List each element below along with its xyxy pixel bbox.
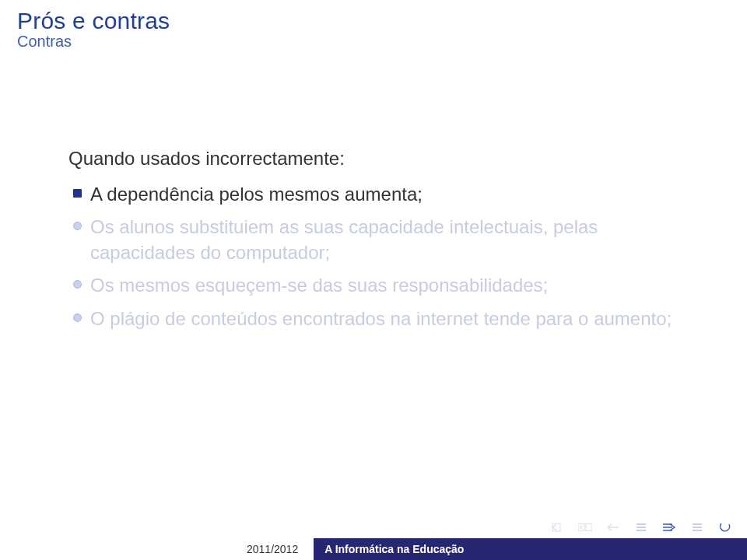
nav-prev-slide-icon[interactable] [577,521,593,534]
slide-footer: 2011/2012 A Informática na Educação [0,538,747,560]
beamer-navbar [549,521,733,534]
footer-left: 2011/2012 [0,543,314,555]
nav-lines-icon[interactable] [689,521,705,534]
bullet-text: Os alunos substituiem as suas capacidade… [90,216,598,262]
slide-subtitle: Contras [17,33,730,51]
bullet-marker-icon [73,280,82,289]
bullet-list: A dependência pelos mesmos aumenta; Os a… [68,182,700,331]
bullet-marker-icon [73,222,82,230]
nav-forward-icon[interactable] [661,521,677,534]
nav-prev-section-icon[interactable] [549,521,565,534]
footer-title: A Informática na Educação [324,543,464,555]
nav-back-icon[interactable] [605,521,621,534]
bullet-item: A dependência pelos mesmos aumenta; [68,182,700,207]
footer-right: A Informática na Educação [314,538,747,560]
slide: Prós e contras Contras Quando usados inc… [0,0,747,560]
slide-content: Quando usados incorrectamente: A dependê… [68,148,700,336]
bullet-marker-icon [73,189,82,198]
content-lead: Quando usados incorrectamente: [68,148,700,170]
footer-date: 2011/2012 [0,543,314,555]
bullet-item: Os alunos substituiem as suas capacidade… [68,215,700,265]
bullet-item: O plágio de conteúdos encontrados na int… [68,306,700,331]
nav-lines-icon[interactable] [633,521,649,534]
bullet-marker-icon [73,313,82,322]
bullet-item: Os mesmos esqueçem-se das suas responsab… [68,273,700,298]
bullet-text: A dependência pelos mesmos aumenta; [90,184,423,205]
slide-title: Prós e contras [17,8,730,34]
slide-header: Prós e contras Contras [0,0,747,54]
bullet-text: Os mesmos esqueçem-se das suas responsab… [90,275,548,296]
svg-rect-2 [586,523,591,530]
bullet-text: O plágio de conteúdos encontrados na int… [90,308,672,329]
nav-refresh-icon[interactable] [717,521,733,534]
